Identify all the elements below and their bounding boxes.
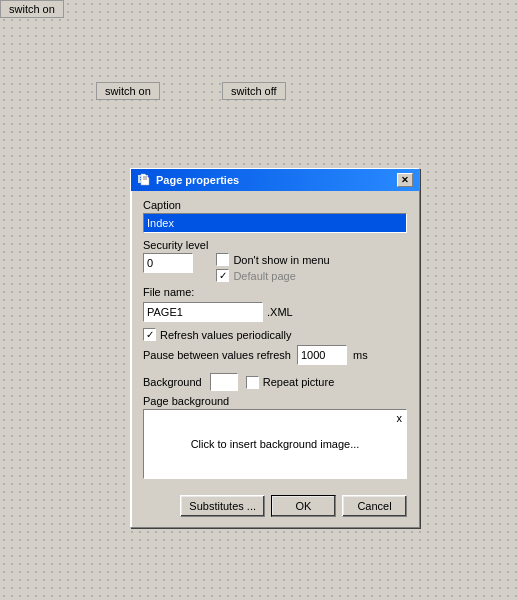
- security-group: Security level: [143, 239, 208, 273]
- security-input[interactable]: [143, 253, 193, 273]
- default-page-row: Default page: [216, 269, 329, 282]
- close-button[interactable]: ✕: [397, 173, 413, 187]
- substitutes-button[interactable]: Substitutes ...: [180, 495, 265, 517]
- switch-off-button[interactable]: switch off: [222, 82, 286, 100]
- cancel-button[interactable]: Cancel: [342, 495, 407, 517]
- repeat-picture-label: Repeat picture: [263, 376, 335, 388]
- caption-label: Caption: [143, 199, 407, 211]
- dialog-content: Caption Security level Don't show in men…: [131, 191, 419, 487]
- switch-on-button-2[interactable]: switch on: [96, 82, 160, 100]
- checkbox-group: Don't show in menu Default page: [216, 253, 329, 282]
- default-page-checkbox[interactable]: [216, 269, 229, 282]
- dialog-icon: [137, 173, 151, 187]
- page-bg-label: Page background: [143, 395, 407, 407]
- default-page-label: Default page: [233, 270, 295, 282]
- dialog-title: Page properties: [156, 174, 239, 186]
- title-bar-left: Page properties: [137, 173, 239, 187]
- background-row: Background Repeat picture: [143, 373, 407, 391]
- refresh-checkbox[interactable]: [143, 328, 156, 341]
- dialog-footer: Substitutes ... OK Cancel: [131, 489, 419, 527]
- switch-on-button[interactable]: switch on: [0, 0, 64, 18]
- repeat-picture-checkbox[interactable]: [246, 376, 259, 389]
- pause-unit: ms: [353, 349, 368, 361]
- filename-input[interactable]: [143, 302, 263, 322]
- security-row: Security level Don't show in menu Defaul…: [143, 239, 407, 282]
- insert-bg-text: Click to insert background image...: [144, 410, 406, 478]
- dont-show-row: Don't show in menu: [216, 253, 329, 266]
- image-area-close[interactable]: x: [397, 412, 403, 424]
- repeat-picture-row: Repeat picture: [246, 376, 335, 389]
- caption-input[interactable]: [143, 213, 407, 233]
- dont-show-label: Don't show in menu: [233, 254, 329, 266]
- background-label: Background: [143, 376, 202, 388]
- refresh-row: Refresh values periodically: [143, 328, 407, 341]
- image-area[interactable]: x Click to insert background image...: [143, 409, 407, 479]
- background-color-picker[interactable]: [210, 373, 238, 391]
- pause-label: Pause between values refresh: [143, 349, 291, 361]
- filename-section: File name: .XML: [143, 286, 407, 322]
- ok-button[interactable]: OK: [271, 495, 336, 517]
- pause-input[interactable]: [297, 345, 347, 365]
- security-label: Security level: [143, 239, 208, 251]
- pause-row: Pause between values refresh ms: [143, 345, 407, 365]
- filename-label: File name:: [143, 286, 407, 298]
- file-ext: .XML: [267, 306, 293, 318]
- page-properties-dialog: Page properties ✕ Caption Security level…: [130, 168, 420, 528]
- title-bar: Page properties ✕: [131, 169, 419, 191]
- refresh-label: Refresh values periodically: [160, 329, 291, 341]
- dont-show-checkbox[interactable]: [216, 253, 229, 266]
- filename-row: .XML: [143, 302, 407, 322]
